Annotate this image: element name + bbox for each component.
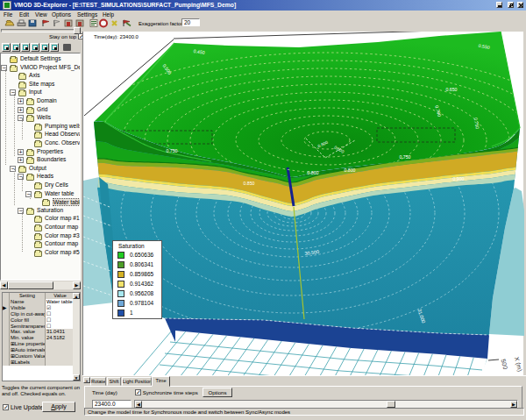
svg-text:0.800: 0.800 <box>345 167 356 173</box>
svg-text:0.800: 0.800 <box>308 170 319 175</box>
svg-text:0.900: 0.900 <box>453 176 465 182</box>
svg-text:0.750: 0.750 <box>400 154 411 160</box>
svg-text:X (m): X (m) <box>513 356 523 373</box>
svg-text:0.650: 0.650 <box>446 87 458 92</box>
svg-text:0.750: 0.750 <box>167 148 178 153</box>
svg-text:500: 500 <box>501 359 509 370</box>
svg-text:0.850: 0.850 <box>244 181 255 186</box>
